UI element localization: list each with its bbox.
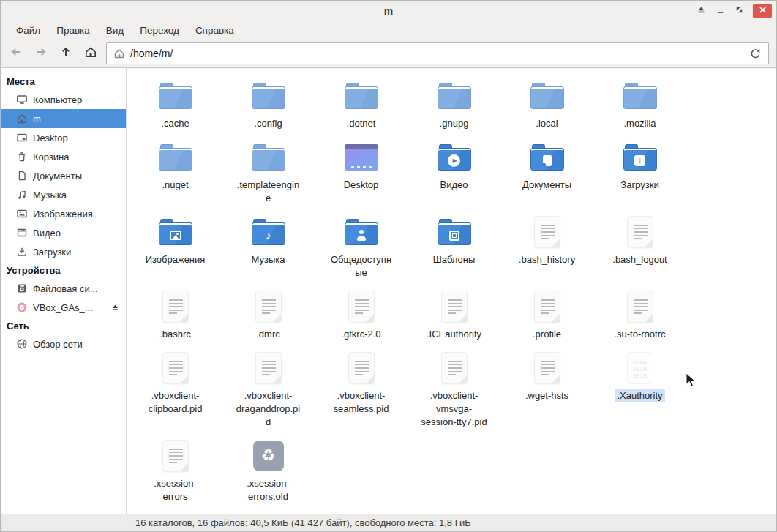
document-icon [16,170,28,181]
file-label: .vboxclient-draganddrop.pid [233,389,304,429]
sidebar-item[interactable]: Музыка [1,185,126,204]
text-file-icon [627,216,653,248]
file-label: .vboxclient-seamless.pid [326,389,397,416]
sidebar-item[interactable]: VBox_GAs_... [1,298,126,317]
file-label: .Xauthority [615,389,664,402]
file-item[interactable]: ▶Видео [408,140,500,205]
menu-item-4[interactable]: Переход [132,23,187,37]
text-file-icon [348,352,375,384]
file-item[interactable]: Desktop [315,140,408,205]
file-label: Desktop [342,179,381,192]
file-item[interactable]: .mozilla [593,78,686,130]
file-item[interactable]: .ICEauthority [408,289,500,341]
file-item[interactable]: ↓Загрузки [593,140,686,205]
home-button[interactable] [78,42,103,64]
file-item[interactable]: .su-to-rootrc [593,289,686,341]
file-item[interactable]: .vboxclient-clipboard.pid [129,351,222,429]
file-item[interactable]: ♪Музыка [222,214,315,280]
toolbar: /home/m/ [1,40,776,68]
file-icon-wrap [627,214,653,250]
minimize-button[interactable] [712,4,728,18]
file-grid-row: .nuget.templateengineDesktop▶ВидеоДокуме… [127,140,776,205]
file-item[interactable]: .gnupg [408,78,500,130]
status-bar: 16 каталогов, 16 файлов: 40,5 КиБ (41 42… [1,514,776,531]
file-icon-wrap [162,351,189,386]
file-item[interactable]: .profile [500,289,593,341]
menu-item-2[interactable]: Правка [48,23,98,37]
file-item[interactable]: .bash_history [500,214,593,280]
sidebar-item[interactable]: Файловая си... [1,279,126,298]
file-icon-wrap [623,78,657,113]
file-item[interactable]: Общедоступные [315,214,408,280]
up-button[interactable] [53,42,78,64]
sidebar-item[interactable]: Компьютер [1,90,126,109]
file-label: .vboxclient-vmsvga-session-tty7.pid [418,389,490,429]
file-item[interactable]: .bashrc [129,289,222,341]
desktop-icon [16,132,28,143]
titlebar[interactable]: m [1,1,776,21]
sidebar-item[interactable]: Загрузки [1,242,126,261]
file-item[interactable]: .templateengine [222,140,315,205]
menu-item-5[interactable]: Справка [187,23,242,37]
file-icon-wrap [255,289,282,324]
folder-templates-icon [438,219,471,246]
file-label: .profile [530,328,563,341]
reload-icon[interactable] [749,48,762,60]
file-item[interactable]: Изображения [129,214,222,280]
file-item[interactable]: .dotnet [315,78,408,130]
file-icon-wrap [534,214,560,250]
file-icon-wrap [162,289,189,324]
file-item[interactable]: .local [500,78,593,130]
sidebar-item-label: Компьютер [33,94,82,105]
file-item[interactable]: .nuget [129,140,222,205]
sidebar-item[interactable]: m [1,109,126,128]
sidebar-item[interactable]: Обзор сети [1,334,126,353]
file-item[interactable]: Документы [500,140,593,205]
file-label: .vboxclient-clipboard.pid [140,389,211,416]
file-item[interactable]: .bash_logout [593,214,686,280]
menu-item-1[interactable]: Файл [8,23,48,37]
shade-button[interactable] [693,4,709,18]
sidebar-item[interactable]: Корзина [1,147,126,166]
file-item[interactable]: .vboxclient-vmsvga-session-tty7.pid [408,351,500,429]
file-item[interactable]: .vboxclient-seamless.pid [315,351,408,429]
file-item[interactable]: ♻.xsession-errors.old [222,438,315,503]
file-item[interactable]: Шаблоны [408,214,500,280]
file-label: .config [252,117,284,130]
menu-item-3[interactable]: Вид [98,23,132,37]
file-item[interactable]: .dmrc [222,289,315,341]
music-icon [16,189,28,201]
path-input[interactable]: /home/m/ [130,48,173,59]
maximize-button[interactable] [731,4,747,18]
trash-icon [16,151,28,162]
sidebar-section-header: Устройства [1,261,126,279]
file-item[interactable]: .vboxclient-draganddrop.pid [222,351,315,429]
sidebar-item[interactable]: Документы [1,166,126,185]
file-icon-wrap [530,140,564,175]
file-label: .xsession-errors [140,477,211,503]
file-item[interactable]: .xsession-errors [129,438,222,503]
folder-icon [159,83,192,110]
file-grid-row: .xsession-errors♻.xsession-errors.old [127,438,776,503]
sidebar-item[interactable]: Desktop [1,128,126,147]
file-item[interactable]: .gtkrc-2.0 [315,289,408,341]
text-file-icon [441,291,468,323]
image-icon [16,208,28,220]
file-icon-wrap [252,78,285,113]
forward-button[interactable] [29,42,53,64]
file-item[interactable]: .config [222,78,315,130]
file-item[interactable]: .wget-hsts [500,351,593,429]
sidebar-item[interactable]: Видео [1,223,126,242]
path-bar[interactable]: /home/m/ [106,42,769,64]
home-icon [84,45,97,61]
file-grid[interactable]: .cache.config.dotnet.gnupg.local.mozilla… [127,69,776,514]
back-button[interactable] [4,42,29,64]
file-item[interactable]: .cache [129,78,222,130]
file-label: .su-to-rootrc [612,328,667,341]
eject-icon[interactable] [110,303,120,312]
sidebar-item-label: Файловая си... [33,283,98,294]
file-item[interactable]: 010001100010.Xauthority [593,351,686,429]
close-button[interactable] [753,4,772,18]
file-label: .templateengine [233,179,304,205]
sidebar-item[interactable]: Изображения [1,204,126,223]
